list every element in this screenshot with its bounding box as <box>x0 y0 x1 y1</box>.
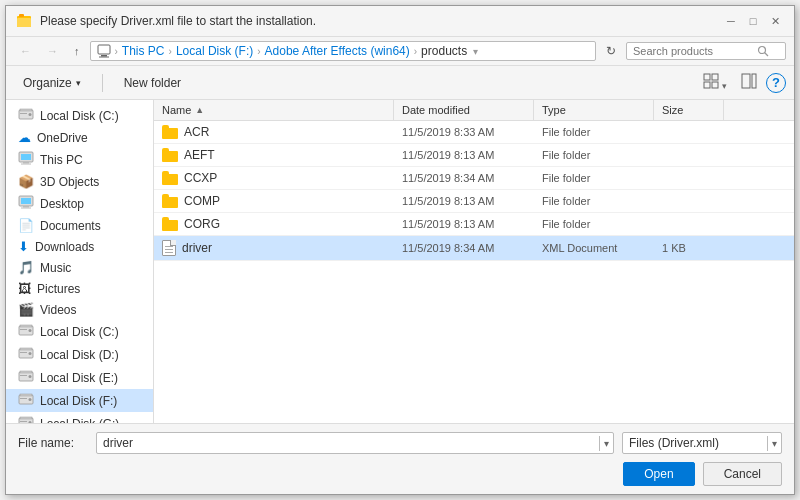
file-name-comp: COMP <box>154 190 394 212</box>
filetype-dropdown[interactable]: ▾ <box>767 436 781 451</box>
sidebar-item-onedrive[interactable]: ☁OneDrive <box>6 127 153 148</box>
main-content: Local Disk (C:)☁OneDrive This PC📦3D Obje… <box>6 100 794 423</box>
sidebar-item-local-disk-e[interactable]: Local Disk (E:) <box>6 366 153 389</box>
sidebar-icon-music: 🎵 <box>18 260 34 275</box>
sidebar-label-local-disk-e: Local Disk (E:) <box>40 371 118 385</box>
file-row-driver[interactable]: driver11/5/2019 8:34 AMXML Document1 KB <box>154 236 794 261</box>
breadcrumb-products[interactable]: products <box>421 44 467 58</box>
column-header-type[interactable]: Type <box>534 100 654 120</box>
forward-button[interactable]: → <box>41 42 64 60</box>
sidebar-icon-local-disk-g <box>18 415 34 423</box>
breadcrumb-local-disk[interactable]: Local Disk (F:) <box>176 44 253 58</box>
sidebar-item-local-disk-f[interactable]: Local Disk (F:) <box>6 389 153 412</box>
back-button[interactable]: ← <box>14 42 37 60</box>
breadcrumb-adobe[interactable]: Adobe After Effects (win64) <box>265 44 410 58</box>
toolbar-separator <box>102 74 103 92</box>
svg-line-7 <box>765 53 769 57</box>
sidebar-icon-downloads: ⬇ <box>18 239 29 254</box>
sidebar-item-pictures[interactable]: 🖼Pictures <box>6 278 153 299</box>
sidebar-item-local-disk-d[interactable]: Local Disk (D:) <box>6 343 153 366</box>
file-type-aeft: File folder <box>534 145 654 165</box>
svg-rect-24 <box>23 206 29 208</box>
column-header-name[interactable]: Name ▲ <box>154 100 394 120</box>
sidebar-item-documents[interactable]: 📄Documents <box>6 215 153 236</box>
svg-point-36 <box>29 375 32 378</box>
sidebar-item-local-disk-c2[interactable]: Local Disk (C:) <box>6 320 153 343</box>
file-name-text-acr: ACR <box>184 125 209 139</box>
title-bar: Please specify Driver.xml file to start … <box>6 6 794 37</box>
folder-icon-acr <box>162 125 178 139</box>
view-dropdown-arrow: ▾ <box>722 81 727 91</box>
svg-rect-3 <box>98 45 110 54</box>
sidebar-item-desktop[interactable]: Desktop <box>6 192 153 215</box>
refresh-button[interactable]: ↻ <box>600 41 622 61</box>
help-button[interactable]: ? <box>766 73 786 93</box>
file-row-comp[interactable]: COMP11/5/2019 8:13 AMFile folder <box>154 190 794 213</box>
new-folder-button[interactable]: New folder <box>115 73 190 93</box>
sidebar-label-local-disk-f: Local Disk (F:) <box>40 394 117 408</box>
filetype-text: Files (Driver.xml) <box>623 433 767 453</box>
file-size-driver: 1 KB <box>654 238 724 258</box>
sidebar-icon-local-disk-c2 <box>18 323 34 340</box>
file-date-ccxp: 11/5/2019 8:34 AM <box>394 168 534 188</box>
file-row-acr[interactable]: ACR11/5/2019 8:33 AMFile folder <box>154 121 794 144</box>
filename-dropdown[interactable]: ▾ <box>599 436 613 451</box>
footer-buttons: Open Cancel <box>18 462 782 486</box>
svg-point-28 <box>29 329 32 332</box>
folder-icon-aeft <box>162 148 178 162</box>
file-name-ccxp: CCXP <box>154 167 394 189</box>
sidebar-item-local-disk-g[interactable]: Local Disk (G:) <box>6 412 153 423</box>
file-name-corg: CORG <box>154 213 394 235</box>
sidebar-item-videos[interactable]: 🎬Videos <box>6 299 153 320</box>
file-date-comp: 11/5/2019 8:13 AM <box>394 191 534 211</box>
sidebar-item-downloads[interactable]: ⬇Downloads <box>6 236 153 257</box>
close-button[interactable]: ✕ <box>766 12 784 30</box>
breadcrumb-sep-3: › <box>257 46 260 57</box>
cancel-button[interactable]: Cancel <box>703 462 782 486</box>
file-date-aeft: 11/5/2019 8:13 AM <box>394 145 534 165</box>
svg-rect-9 <box>712 74 718 80</box>
sidebar-icon-videos: 🎬 <box>18 302 34 317</box>
search-input[interactable] <box>633 45 753 57</box>
file-size-aeft <box>654 151 724 159</box>
sidebar-icon-pictures: 🖼 <box>18 281 31 296</box>
svg-rect-31 <box>20 348 32 350</box>
svg-rect-11 <box>712 82 718 88</box>
file-name-text-aeft: AEFT <box>184 148 215 162</box>
column-header-date[interactable]: Date modified <box>394 100 534 120</box>
file-row-aeft[interactable]: AEFT11/5/2019 8:13 AMFile folder <box>154 144 794 167</box>
search-box <box>626 42 786 60</box>
svg-rect-12 <box>742 74 750 88</box>
filetype-wrapper: Files (Driver.xml) ▾ <box>622 432 782 454</box>
filename-input[interactable] <box>97 433 599 453</box>
up-button[interactable]: ↑ <box>68 42 86 60</box>
file-date-driver: 11/5/2019 8:34 AM <box>394 238 534 258</box>
minimize-button[interactable]: ─ <box>722 12 740 30</box>
sidebar-item-this-pc[interactable]: This PC <box>6 148 153 171</box>
view-icon <box>703 73 719 89</box>
footer: File name: ▾ Files (Driver.xml) ▾ Open C… <box>6 423 794 494</box>
open-button[interactable]: Open <box>623 462 694 486</box>
file-row-corg[interactable]: CORG11/5/2019 8:13 AMFile folder <box>154 213 794 236</box>
title-bar-left: Please specify Driver.xml file to start … <box>16 13 316 29</box>
computer-icon <box>97 44 111 58</box>
sidebar-item-3d-objects[interactable]: 📦3D Objects <box>6 171 153 192</box>
svg-rect-21 <box>21 164 31 165</box>
change-view-button[interactable]: ▾ <box>698 70 732 95</box>
svg-rect-20 <box>23 162 29 164</box>
file-name-text-ccxp: CCXP <box>184 171 217 185</box>
sidebar-icon-local-disk-d <box>18 346 34 363</box>
file-type-driver: XML Document <box>534 238 654 258</box>
sidebar-item-music[interactable]: 🎵Music <box>6 257 153 278</box>
maximize-button[interactable]: □ <box>744 12 762 30</box>
breadcrumb-dropdown-arrow[interactable]: ▾ <box>473 46 478 57</box>
sidebar-label-local-disk-c2: Local Disk (C:) <box>40 325 119 339</box>
breadcrumb-this-pc[interactable]: This PC <box>122 44 165 58</box>
filename-label: File name: <box>18 436 88 450</box>
sidebar-item-local-disk-c[interactable]: Local Disk (C:) <box>6 104 153 127</box>
file-name-driver: driver <box>154 236 394 260</box>
organize-button[interactable]: Organize ▾ <box>14 73 90 93</box>
column-header-size[interactable]: Size <box>654 100 724 120</box>
preview-pane-button[interactable] <box>736 70 762 95</box>
file-row-ccxp[interactable]: CCXP11/5/2019 8:34 AMFile folder <box>154 167 794 190</box>
